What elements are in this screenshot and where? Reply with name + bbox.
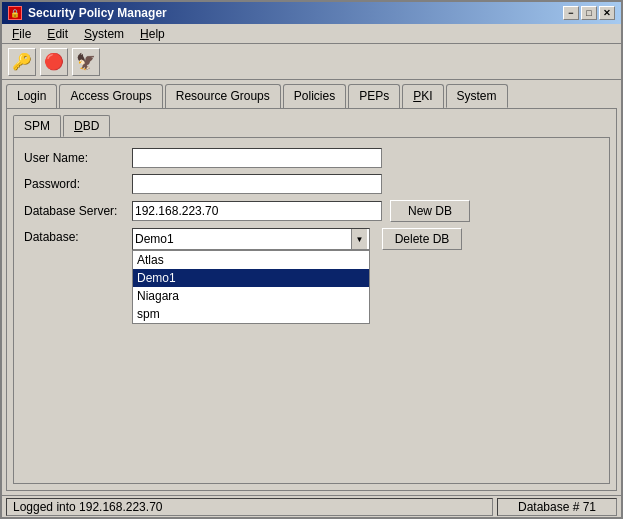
main-content: Login Access Groups Resource Groups Poli… [2, 80, 621, 495]
database-dropdown[interactable]: Demo1 ▼ [132, 228, 370, 250]
username-label: User Name: [24, 151, 124, 165]
toolbar-circle-button[interactable]: 🔴 [40, 48, 68, 76]
window-icon: 🔒 [8, 6, 22, 20]
password-input[interactable] [132, 174, 382, 194]
dropdown-selected-value: Demo1 [135, 232, 174, 246]
database-label: Database: [24, 228, 124, 244]
password-row: Password: [24, 174, 599, 194]
key-icon: 🔑 [12, 52, 32, 71]
outer-panel: SPM DBD User Name: Password: Database Se… [6, 108, 617, 491]
menu-help[interactable]: Help [134, 25, 171, 43]
tab-system[interactable]: System [446, 84, 508, 108]
delete-db-button[interactable]: Delete DB [382, 228, 462, 250]
password-label: Password: [24, 177, 124, 191]
maximize-button[interactable]: □ [581, 6, 597, 20]
title-buttons: − □ ✕ [563, 6, 615, 20]
toolbar-key-button[interactable]: 🔑 [8, 48, 36, 76]
toolbar: 🔑 🔴 🦅 [2, 44, 621, 80]
dropdown-list: Atlas Demo1 Niagara spm [132, 250, 370, 324]
db-server-label: Database Server: [24, 204, 124, 218]
db-server-input[interactable] [132, 201, 382, 221]
menu-file[interactable]: File [6, 25, 37, 43]
tab-peps[interactable]: PEPs [348, 84, 400, 108]
new-db-button[interactable]: New DB [390, 200, 470, 222]
status-left: Logged into 192.168.223.70 [6, 498, 493, 516]
database-row: Database: Demo1 ▼ Atlas Demo1 Niagara sp… [24, 228, 599, 250]
menu-edit[interactable]: Edit [41, 25, 74, 43]
tab-policies[interactable]: Policies [283, 84, 346, 108]
tab-resource-groups[interactable]: Resource Groups [165, 84, 281, 108]
title-bar: 🔒 Security Policy Manager − □ ✕ [2, 2, 621, 24]
menu-system[interactable]: System [78, 25, 130, 43]
dropdown-arrow-icon[interactable]: ▼ [351, 229, 367, 249]
database-dropdown-container: Demo1 ▼ Atlas Demo1 Niagara spm [132, 228, 370, 250]
tab-pki[interactable]: PKI [402, 84, 443, 108]
username-input[interactable] [132, 148, 382, 168]
tab-login[interactable]: Login [6, 84, 57, 108]
minimize-button[interactable]: − [563, 6, 579, 20]
status-right: Database # 71 [497, 498, 617, 516]
status-bar: Logged into 192.168.223.70 Database # 71 [2, 495, 621, 517]
toolbar-eagle-button[interactable]: 🦅 [72, 48, 100, 76]
outer-tab-strip: Login Access Groups Resource Groups Poli… [6, 84, 617, 108]
dropdown-option-niagara[interactable]: Niagara [133, 287, 369, 305]
menu-bar: File Edit System Help [2, 24, 621, 44]
circle-icon: 🔴 [44, 52, 64, 71]
tab-spm[interactable]: SPM [13, 115, 61, 137]
dropdown-option-atlas[interactable]: Atlas [133, 251, 369, 269]
window-title: Security Policy Manager [28, 6, 167, 20]
inner-panel: User Name: Password: Database Server: Ne… [13, 137, 610, 484]
tab-access-groups[interactable]: Access Groups [59, 84, 162, 108]
db-server-row: Database Server: New DB [24, 200, 599, 222]
eagle-icon: 🦅 [76, 52, 96, 71]
main-window: 🔒 Security Policy Manager − □ ✕ File Edi… [0, 0, 623, 519]
dropdown-option-spm[interactable]: spm [133, 305, 369, 323]
title-bar-left: 🔒 Security Policy Manager [8, 6, 167, 20]
username-row: User Name: [24, 148, 599, 168]
inner-tab-strip: SPM DBD [13, 115, 610, 137]
dropdown-option-demo1[interactable]: Demo1 [133, 269, 369, 287]
tab-dbd[interactable]: DBD [63, 115, 110, 137]
close-button[interactable]: ✕ [599, 6, 615, 20]
